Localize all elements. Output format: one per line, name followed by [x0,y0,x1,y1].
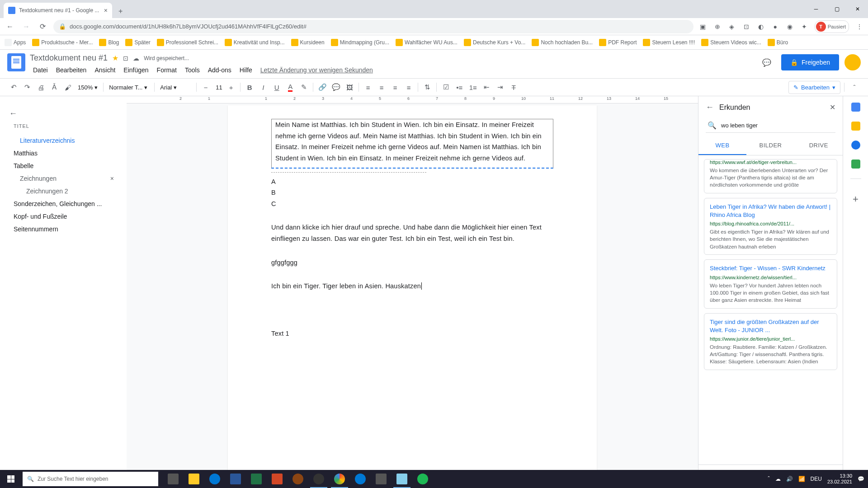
share-button[interactable]: 🔒 Freigeben [781,54,839,70]
document-page[interactable]: Mein Name ist Matthias. Ich bin Student … [228,105,597,480]
app2-icon[interactable] [371,470,392,488]
new-tab-button[interactable]: + [116,5,125,18]
edge-icon[interactable] [204,470,225,488]
volume-icon[interactable]: 🔊 [786,476,793,482]
docs-logo-icon[interactable] [7,53,25,71]
apps-bookmark[interactable]: Apps [5,39,26,46]
table-cell[interactable]: Mein Name ist Matthias. Ich bin Student … [271,119,553,169]
image-button[interactable]: 🖼 [343,81,356,94]
notepad-icon[interactable] [392,470,412,488]
editing-mode-select[interactable]: ✎ Bearbeiten ▾ [788,81,840,94]
reload-icon[interactable]: ⟳ [37,22,48,31]
add-addon-icon[interactable]: + [853,193,859,205]
paragraph[interactable]: gfggfggg [271,257,553,268]
collapse-toolbar-button[interactable]: ˆ [848,81,861,94]
taskbar-search[interactable]: 🔍 Zur Suche Text hier eingeben [23,472,158,486]
task-view-icon[interactable] [163,470,184,488]
menu-format[interactable]: Format [154,65,180,75]
horizontal-ruler[interactable] [127,96,698,103]
star-icon[interactable]: ★ [112,54,118,62]
bookmark-item[interactable]: Wahlfächer WU Aus... [396,39,458,46]
menu-help[interactable]: Hilfe [236,65,255,75]
font-size[interactable]: 11 [213,82,224,93]
paragraph[interactable]: Text 1 [271,328,553,339]
link-button[interactable]: 🔗 [316,81,329,94]
zoom-select[interactable]: 150% ▾ [75,82,100,93]
bookmark-item[interactable]: Produktsuche - Mer... [32,39,93,46]
style-select[interactable]: Normaler T... ▾ [106,82,151,93]
align-center-button[interactable]: ≡ [375,81,388,94]
spellcheck-button[interactable]: Ǎ [48,81,61,94]
send-icon[interactable]: ◈ [728,23,736,31]
outdent-button[interactable]: ⇤ [480,81,493,94]
bookmark-item[interactable]: Professionell Schrei... [157,39,218,46]
bookmark-item[interactable]: Kursideen [291,39,325,46]
ext2-icon[interactable]: ● [771,23,779,31]
italic-button[interactable]: I [257,81,269,94]
outline-back-icon[interactable]: ← [9,109,17,118]
explore-search-input[interactable] [721,122,834,129]
search-result[interactable]: Tiger sind die größten Großkatzen auf de… [704,313,837,370]
numbered-list-button[interactable]: 1≡ [467,81,479,94]
menu-view[interactable]: Ansicht [91,65,118,75]
bookmark-item[interactable]: Mindmapping (Gru... [331,39,389,46]
outline-item[interactable]: Zeichnungen× [14,172,118,185]
bookmark-item[interactable]: PDF Report [599,39,637,46]
minimize-button[interactable]: ─ [806,2,826,16]
obs-icon[interactable] [308,470,329,488]
undo-button[interactable]: ↶ [7,81,20,94]
zoom-icon[interactable]: ⊕ [713,23,722,31]
clock[interactable]: 13:30 23.02.2021 [827,473,852,485]
document-canvas[interactable]: Mein Name ist Matthias. Ich bin Student … [127,96,698,480]
outline-item[interactable]: Sonderzeichen, Gleichungen ... [14,197,118,210]
bookmark-item[interactable]: Büro [768,39,788,46]
font-size-increase[interactable]: + [225,81,237,94]
maps-icon[interactable] [851,160,860,169]
clear-format-button[interactable]: T [507,81,520,94]
app-icon[interactable] [288,470,308,488]
font-size-decrease[interactable]: − [199,81,212,94]
align-right-button[interactable]: ≡ [389,81,401,94]
paragraph[interactable]: Mein Name ist Matthias. Ich bin Student … [272,119,553,168]
tray-chevron-icon[interactable]: ˆ [768,476,770,482]
comment-button[interactable]: 💬 [330,81,342,94]
bold-button[interactable]: B [243,81,256,94]
menu-edit[interactable]: Bearbeiten [53,65,90,75]
paragraph[interactable]: Ich bin ein Tiger. Tiger leben in Asien.… [271,281,553,292]
comment-history-button[interactable]: 💬 [758,53,776,71]
explore-search[interactable]: 🔍 [706,118,835,133]
bullet-list-button[interactable]: •≡ [453,81,466,94]
explorer-icon[interactable] [184,470,204,488]
align-justify-button[interactable]: ≡ [402,81,415,94]
outline-item[interactable]: Tabelle [14,160,118,172]
move-icon[interactable]: ⊡ [123,55,128,62]
keep-icon[interactable] [851,122,860,131]
ext3-icon[interactable]: ◉ [786,23,794,31]
outline-item[interactable]: Matthias [14,147,118,160]
language-indicator[interactable]: DEU [811,476,822,482]
menu-addons[interactable]: Add-ons [205,65,235,75]
maximize-button[interactable]: ▢ [826,2,847,16]
calendar-icon[interactable] [851,103,860,112]
notifications-icon[interactable]: 💬 [858,476,864,482]
list-item[interactable]: C [271,198,553,210]
bookmark-item[interactable]: Noch hochladen Bu... [532,39,593,46]
bookmark-item[interactable]: Blog [99,39,119,46]
bookmark-item[interactable]: Später [125,39,150,46]
print-button[interactable]: 🖨 [34,81,47,94]
tab-web[interactable]: WEB [698,136,746,155]
edge2-icon[interactable] [350,470,371,488]
indent-button[interactable]: ⇥ [494,81,506,94]
align-left-button[interactable]: ≡ [362,81,374,94]
cast-icon[interactable]: ▣ [699,23,707,31]
spotify-icon[interactable] [412,470,433,488]
wifi-icon[interactable]: 📶 [798,476,805,482]
explore-close-icon[interactable]: ✕ [830,103,835,112]
font-select[interactable]: Arial ▾ [157,82,193,93]
text-color-button[interactable]: A [284,81,297,94]
tab-images[interactable]: BILDER [746,136,794,155]
paragraph[interactable]: Und dann klicke ich hier drauf und sprec… [271,222,553,244]
line-spacing-button[interactable]: ⇅ [421,81,434,94]
profile-paused[interactable]: T Pausiert [815,20,849,33]
menu-icon[interactable]: ⋮ [855,23,863,31]
